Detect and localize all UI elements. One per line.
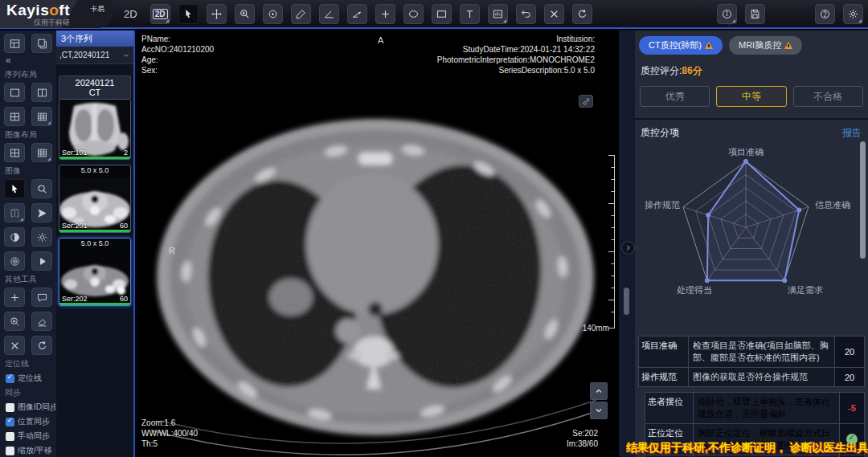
zoom-window-overlay: Zoom:1.6 WW/WL:400/40 Th:5 [141,418,198,449]
layout-4-icon [9,111,21,123]
reset-button[interactable] [31,336,52,355]
tab-mri-brain-qc[interactable]: MRI脑质控 [729,36,802,55]
eraser-button[interactable] [31,312,52,331]
point-marker-button[interactable] [375,4,395,24]
flip-rotate-button[interactable] [4,203,25,222]
layout-2-icon [36,87,48,99]
localizer-checkbox[interactable] [6,374,14,383]
image-layout-4-button[interactable] [4,143,25,162]
qc-scrollbar-thumb[interactable] [860,141,866,259]
zoom-tool-button[interactable] [235,4,255,24]
scroll-down-button[interactable] [590,402,608,419]
radar-axis-label: 信息准确 [815,199,850,211]
comment-button[interactable] [31,288,52,307]
localizer-label: 定位线 [5,358,52,369]
pan-tool-button[interactable] [207,4,227,24]
expand-panel-button[interactable] [621,241,635,255]
clear-button[interactable] [4,336,25,355]
series-layout-4-button[interactable] [4,107,25,126]
grade-excellent-button[interactable]: 优秀 [640,86,710,107]
sync-zoompan-row[interactable]: 缩放/平移 [6,445,52,456]
angle-measure-button[interactable] [319,4,339,24]
series-thumbnail-scout[interactable]: Ser:1012 [59,99,131,160]
warning-icon [705,42,713,49]
top-toolbar: Kayisoft 卡易 仅用于科研 2D 2D [0,0,868,29]
reset-icon [576,8,588,20]
help-button[interactable] [815,4,835,24]
app-logo: Kayisoft 卡易 仅用于科研 [0,0,113,28]
image-layout-9-button[interactable] [31,143,52,162]
cursor-tool-button[interactable] [178,4,199,24]
layout-9-icon [36,111,48,123]
series-layout-2-button[interactable] [31,83,52,102]
brightness-button[interactable] [31,227,52,247]
add-marker-button[interactable] [4,288,25,307]
length-measure-button[interactable] [291,4,311,24]
pencil-icon [295,8,307,20]
collapse-sidebar-button[interactable]: « [6,55,52,66]
grade-medium-button[interactable]: 中等 [716,86,786,107]
grade-fail-button[interactable]: 不合格 [793,86,863,107]
sync-manual-checkbox[interactable] [6,432,14,441]
window-presets-button[interactable] [488,4,508,24]
ellipse-roi-button[interactable] [403,4,424,24]
reset-view-button[interactable] [572,4,592,24]
chevron-down-icon [594,406,604,415]
cobb-angle-icon [351,8,363,20]
probe-tool-button[interactable] [263,4,283,24]
sync-position-checkbox[interactable] [6,418,14,426]
cine-play-button[interactable] [31,251,52,271]
patient-info-overlay: PName: AccNO:2401210200 Age: Sex: [141,34,214,75]
viewer-scrollbar-thumb[interactable] [624,288,629,315]
send-button[interactable] [31,203,52,222]
series-layout-1-button[interactable] [4,83,25,102]
rect-roi-button[interactable] [432,4,452,24]
sync-imageid-row[interactable]: 图像ID同步 [6,402,52,413]
close-icon [9,340,21,352]
info-icon [721,8,733,20]
cobb-angle-button[interactable] [347,4,367,24]
sync-position-row[interactable]: 位置同步 [6,416,52,427]
2d-layout-button[interactable]: 2D [150,4,170,24]
chevron-up-icon [594,386,604,396]
grid-detail-button[interactable] [4,34,25,53]
clipboard-button[interactable] [31,34,52,53]
invert-button[interactable] [4,227,25,247]
send-icon [36,207,48,219]
info-button[interactable] [717,4,737,24]
save-button[interactable] [745,4,765,24]
other-tools-label: 其他工具 [5,274,52,285]
magnify-text-button[interactable] [4,312,25,331]
contrast-icon [9,231,21,243]
undo-button[interactable] [516,4,536,24]
link-series-button[interactable] [579,95,593,108]
comment-icon [36,292,48,304]
sync-label: 同步 [5,387,52,398]
target-button[interactable] [4,251,25,271]
settings-button[interactable] [843,4,863,24]
series-thumbnail-202-selected[interactable]: 5.0 x 5.0 Ser:20260 [59,238,131,306]
ct-image-viewport[interactable]: PName: AccNO:2401210200 Age: Sex: A R In… [137,31,619,457]
text-annotation-button[interactable] [460,4,480,24]
sync-imageid-checkbox[interactable] [6,403,14,412]
qc-score-value: 86分 [682,65,702,76]
delete-annotation-button[interactable] [544,4,564,24]
scroll-up-button[interactable] [590,382,608,400]
study-selector-value: ,CT,20240121 [59,51,122,59]
text-icon [464,8,476,20]
sync-manual-row[interactable]: 手动同步 [6,430,52,442]
series-loaded-bar [59,303,130,305]
magnify-button[interactable] [31,179,52,198]
sync-zoompan-checkbox[interactable] [6,447,14,455]
series-thumbnail-201[interactable]: 5.0 x 5.0 Ser:20160 [59,165,131,233]
series-layout-9-button[interactable] [31,107,52,126]
localizer-checkbox-row[interactable]: 定位线 [6,373,52,384]
tab-ct-lung-qc[interactable]: CT质控(肺部) [639,36,723,55]
radar-axis-label: 操作规范 [645,199,680,211]
series-group-header[interactable]: 20240121 CT [59,75,131,99]
series-number: Ser:101 [62,149,88,157]
report-link[interactable]: 报告 [842,126,862,140]
cursor-tool-sidebar-button[interactable] [4,179,25,198]
study-selector-dropdown[interactable]: ,CT,20240121 [56,47,133,64]
magnifier-a-icon [9,316,21,328]
